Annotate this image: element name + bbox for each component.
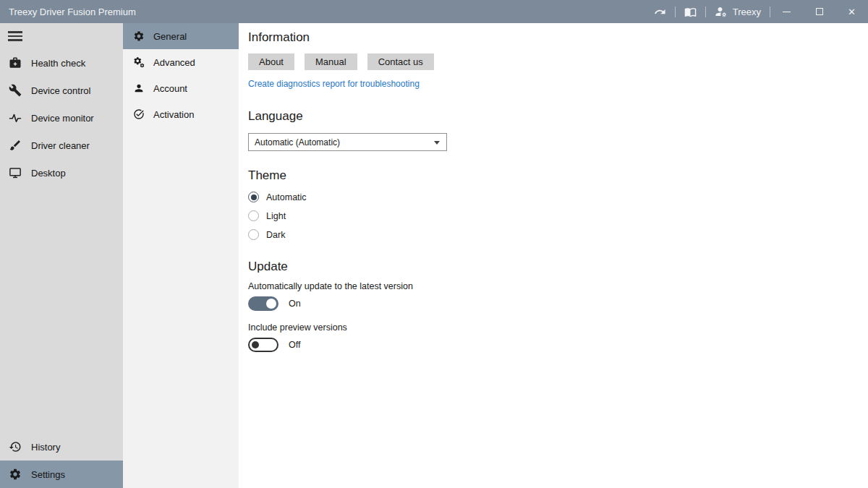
maximize-button[interactable] <box>803 0 835 23</box>
account-button[interactable]: Treexy <box>706 0 770 23</box>
sidebar-item-label: History <box>31 442 60 453</box>
health-check-icon <box>9 56 22 69</box>
gear-icon <box>133 30 145 42</box>
sidebar-item-label: Settings <box>31 469 65 480</box>
information-buttons: About Manual Contact us <box>248 53 868 70</box>
close-button[interactable]: ✕ <box>835 0 868 23</box>
sidebar-item-health-check[interactable]: Health check <box>0 49 123 77</box>
app-window: Treexy Driver Fusion Premium Treexy ✕ <box>0 0 868 488</box>
update-heading: Update <box>248 260 868 274</box>
brush-icon <box>9 139 22 152</box>
window-title: Treexy Driver Fusion Premium <box>0 7 645 17</box>
settings-tab-general[interactable]: General <box>123 23 239 49</box>
information-heading: Information <box>248 30 868 45</box>
radio-icon <box>248 210 259 221</box>
sidebar-item-history[interactable]: History <box>0 433 123 461</box>
sidebar-item-label: Device monitor <box>31 113 94 124</box>
hamburger-icon <box>8 31 22 41</box>
language-section: Language Automatic (Automatic) <box>248 109 868 151</box>
theme-radio-light[interactable]: Light <box>248 210 868 221</box>
sidebar: Health check Device control Device monit… <box>0 23 123 488</box>
toggle-knob <box>266 299 276 309</box>
settings-tab-label: General <box>153 31 187 42</box>
sidebar-item-desktop[interactable]: Desktop <box>0 159 123 187</box>
auto-update-row: On <box>248 296 868 311</box>
person-gear-icon <box>715 5 728 18</box>
maximize-icon <box>816 8 823 15</box>
settings-nav: General Advanced Account Activation <box>123 23 239 488</box>
settings-tab-activation[interactable]: Activation <box>123 101 239 127</box>
sidebar-item-label: Device control <box>31 85 90 96</box>
auto-update-toggle[interactable] <box>248 296 278 311</box>
sidebar-item-driver-cleaner[interactable]: Driver cleaner <box>0 132 123 159</box>
manual-button[interactable]: Manual <box>305 53 357 70</box>
preview-versions-toggle[interactable] <box>248 338 278 352</box>
history-icon <box>9 440 22 453</box>
auto-update-label: Automatically update to the latest versi… <box>248 281 868 291</box>
titlebar: Treexy Driver Fusion Premium Treexy ✕ <box>0 0 868 23</box>
theme-section: Theme Automatic Light Dark <box>248 168 868 240</box>
preview-versions-label: Include preview versions <box>248 322 868 333</box>
sidebar-item-label: Health check <box>31 58 85 69</box>
sidebar-item-label: Driver cleaner <box>31 140 90 151</box>
preview-versions-row: Off <box>248 338 868 352</box>
book-icon <box>684 6 697 18</box>
theme-heading: Theme <box>248 168 868 183</box>
menu-toggle-button[interactable] <box>0 23 123 49</box>
chevron-down-icon <box>434 141 440 145</box>
language-heading: Language <box>248 109 868 124</box>
wrench-icon <box>9 84 22 97</box>
radio-icon <box>248 192 259 202</box>
information-section: Information About Manual Contact us Crea… <box>248 30 868 90</box>
sidebar-spacer <box>0 187 123 433</box>
minimize-button[interactable] <box>770 0 803 23</box>
language-dropdown-value: Automatic (Automatic) <box>255 137 340 147</box>
update-section: Update Automatically update to the lates… <box>248 260 868 352</box>
check-circle-icon <box>133 108 145 120</box>
person-icon <box>133 82 145 94</box>
about-button[interactable]: About <box>248 53 294 70</box>
sidebar-item-device-control[interactable]: Device control <box>0 77 123 104</box>
toggle-knob <box>252 341 259 348</box>
gear-icon <box>9 468 22 481</box>
settings-tab-label: Advanced <box>153 57 195 68</box>
auto-update-state: On <box>289 299 301 309</box>
settings-tab-account[interactable]: Account <box>123 75 239 101</box>
settings-tab-advanced[interactable]: Advanced <box>123 49 239 75</box>
gears-icon <box>133 56 145 68</box>
sidebar-item-device-monitor[interactable]: Device monitor <box>0 104 123 132</box>
account-name: Treexy <box>733 7 761 17</box>
diagnostics-report-link[interactable]: Create diagnostics report for troublesho… <box>248 79 420 89</box>
theme-radio-dark[interactable]: Dark <box>248 229 868 240</box>
preview-versions-state: Off <box>289 340 300 350</box>
settings-tab-label: Account <box>153 83 187 94</box>
close-icon: ✕ <box>848 7 856 17</box>
manual-book-button[interactable] <box>676 0 705 23</box>
sidebar-item-label: Desktop <box>31 168 66 179</box>
minimize-icon <box>783 12 791 12</box>
sidebar-item-settings[interactable]: Settings <box>0 461 123 488</box>
radio-label: Light <box>266 211 286 221</box>
contact-us-button[interactable]: Contact us <box>367 53 434 70</box>
settings-general-panel: Information About Manual Contact us Crea… <box>239 23 868 488</box>
monitor-icon <box>9 166 22 179</box>
theme-radio-group: Automatic Light Dark <box>248 192 868 240</box>
language-dropdown[interactable]: Automatic (Automatic) <box>248 133 447 151</box>
titlebar-actions: Treexy ✕ <box>645 0 868 23</box>
pulse-icon <box>9 111 22 124</box>
share-icon <box>654 6 666 18</box>
radio-label: Automatic <box>266 192 307 202</box>
theme-radio-automatic[interactable]: Automatic <box>248 192 868 202</box>
share-button[interactable] <box>645 0 675 23</box>
radio-label: Dark <box>266 230 285 240</box>
radio-icon <box>248 229 259 240</box>
settings-tab-label: Activation <box>153 109 194 120</box>
